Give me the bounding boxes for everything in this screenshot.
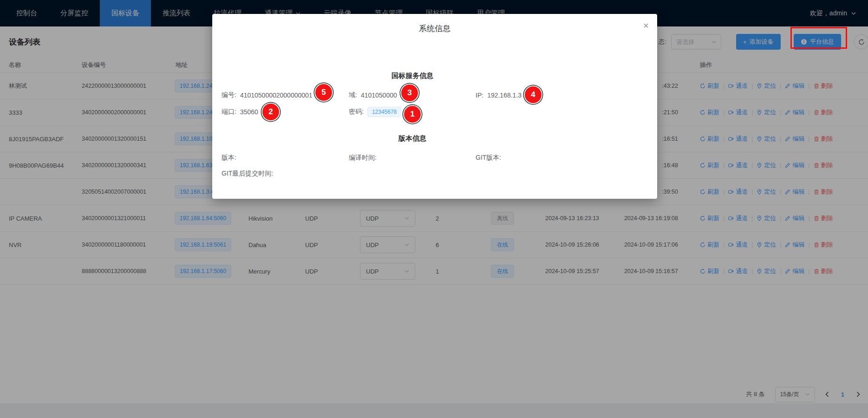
version-field: 版本:	[222, 153, 240, 163]
git-version-field: GIT版本:	[476, 153, 505, 163]
annotation-badge: 1	[404, 106, 421, 123]
gb-port-field: 端口: 35060	[222, 107, 258, 117]
annotation-badge: 4	[525, 86, 542, 103]
annotation-badge: 5	[315, 84, 332, 101]
gb-service-heading: 国标服务信息	[212, 71, 613, 80]
gb-id-field: 编号: 41010500002000000001	[222, 90, 313, 100]
gb-ip-field: IP: 192.168.1.3	[476, 90, 522, 100]
annotation-rect	[790, 27, 847, 49]
version-heading: 版本信息	[212, 134, 613, 143]
git-commit-time-field: GIT最后提交时间:	[222, 169, 277, 179]
password-tag: 12345678	[367, 107, 401, 117]
gb-password-field: 密码: 12345678	[349, 107, 401, 117]
dialog-title: 系统信息	[212, 23, 657, 34]
annotation-badge: 2	[262, 104, 279, 120]
annotation-badge: 3	[401, 85, 418, 101]
gb-domain-field: 域: 4101050000	[349, 90, 397, 100]
close-icon[interactable]: ×	[643, 20, 649, 30]
build-time-field: 编译时间:	[349, 153, 380, 163]
system-info-dialog: 系统信息 × 国标服务信息 编号: 41010500002000000001 域…	[212, 14, 657, 199]
